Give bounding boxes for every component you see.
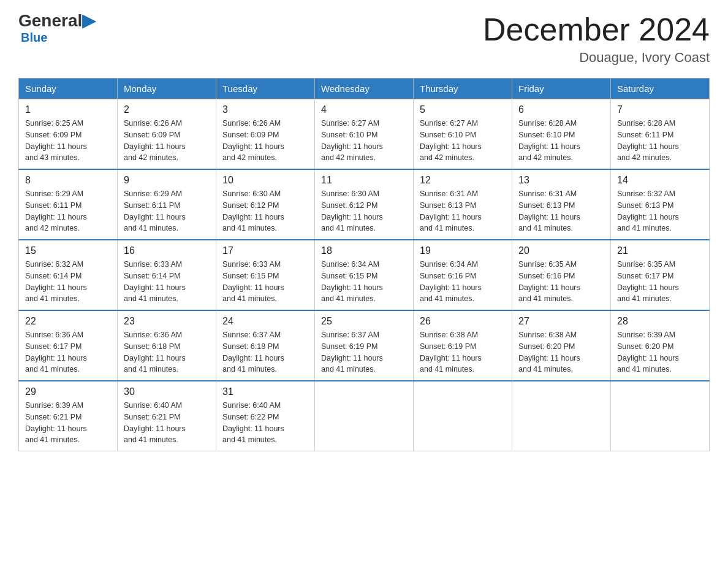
day-info: Sunrise: 6:33 AMSunset: 6:15 PMDaylight:… [222, 259, 308, 305]
day-number: 26 [420, 316, 506, 327]
day-number: 2 [124, 104, 210, 115]
day-cell: 11 Sunrise: 6:30 AMSunset: 6:12 PMDaylig… [315, 169, 414, 240]
day-info: Sunrise: 6:34 AMSunset: 6:16 PMDaylight:… [420, 259, 506, 305]
day-number: 21 [617, 245, 703, 256]
day-cell: 14 Sunrise: 6:32 AMSunset: 6:13 PMDaylig… [611, 169, 710, 240]
day-cell: 18 Sunrise: 6:34 AMSunset: 6:15 PMDaylig… [315, 240, 414, 310]
header-friday: Friday [512, 79, 611, 99]
header-row: SundayMondayTuesdayWednesdayThursdayFrid… [19, 79, 710, 99]
day-cell: 17 Sunrise: 6:33 AMSunset: 6:15 PMDaylig… [216, 240, 315, 310]
day-info: Sunrise: 6:39 AMSunset: 6:20 PMDaylight:… [617, 329, 703, 375]
day-info: Sunrise: 6:39 AMSunset: 6:21 PMDaylight:… [25, 400, 111, 446]
day-cell [611, 381, 710, 451]
day-number: 11 [321, 175, 407, 186]
day-number: 29 [25, 386, 111, 397]
day-info: Sunrise: 6:33 AMSunset: 6:14 PMDaylight:… [124, 259, 210, 305]
day-info: Sunrise: 6:27 AMSunset: 6:10 PMDaylight:… [321, 118, 407, 164]
day-cell: 7 Sunrise: 6:28 AMSunset: 6:11 PMDayligh… [611, 99, 710, 170]
day-cell: 19 Sunrise: 6:34 AMSunset: 6:16 PMDaylig… [414, 240, 512, 310]
day-cell: 1 Sunrise: 6:25 AMSunset: 6:09 PMDayligh… [19, 99, 118, 170]
day-number: 30 [124, 386, 210, 397]
day-cell: 2 Sunrise: 6:26 AMSunset: 6:09 PMDayligh… [118, 99, 216, 170]
day-number: 10 [222, 175, 308, 186]
day-cell: 28 Sunrise: 6:39 AMSunset: 6:20 PMDaylig… [611, 310, 710, 381]
day-cell: 8 Sunrise: 6:29 AMSunset: 6:11 PMDayligh… [19, 169, 118, 240]
day-cell: 23 Sunrise: 6:36 AMSunset: 6:18 PMDaylig… [118, 310, 216, 381]
header-thursday: Thursday [414, 79, 512, 99]
week-row-1: 1 Sunrise: 6:25 AMSunset: 6:09 PMDayligh… [19, 99, 710, 170]
day-cell: 6 Sunrise: 6:28 AMSunset: 6:10 PMDayligh… [512, 99, 611, 170]
day-info: Sunrise: 6:37 AMSunset: 6:19 PMDaylight:… [321, 329, 407, 375]
day-info: Sunrise: 6:25 AMSunset: 6:09 PMDaylight:… [25, 118, 111, 164]
day-cell: 10 Sunrise: 6:30 AMSunset: 6:12 PMDaylig… [216, 169, 315, 240]
logo-name: General▶ [18, 12, 96, 29]
day-info: Sunrise: 6:26 AMSunset: 6:09 PMDaylight:… [124, 118, 210, 164]
header-tuesday: Tuesday [216, 79, 315, 99]
day-cell: 16 Sunrise: 6:33 AMSunset: 6:14 PMDaylig… [118, 240, 216, 310]
day-cell: 12 Sunrise: 6:31 AMSunset: 6:13 PMDaylig… [414, 169, 512, 240]
day-info: Sunrise: 6:38 AMSunset: 6:19 PMDaylight:… [420, 329, 506, 375]
day-number: 5 [420, 104, 506, 115]
day-number: 28 [617, 316, 703, 327]
day-number: 14 [617, 175, 703, 186]
day-number: 8 [25, 175, 111, 186]
day-number: 20 [518, 245, 604, 256]
calendar-table: SundayMondayTuesdayWednesdayThursdayFrid… [18, 78, 710, 451]
day-cell [315, 381, 414, 451]
day-info: Sunrise: 6:26 AMSunset: 6:09 PMDaylight:… [222, 118, 308, 164]
day-cell: 21 Sunrise: 6:35 AMSunset: 6:17 PMDaylig… [611, 240, 710, 310]
day-info: Sunrise: 6:28 AMSunset: 6:10 PMDaylight:… [518, 118, 604, 164]
day-info: Sunrise: 6:35 AMSunset: 6:17 PMDaylight:… [617, 259, 703, 305]
day-cell: 31 Sunrise: 6:40 AMSunset: 6:22 PMDaylig… [216, 381, 315, 451]
week-row-2: 8 Sunrise: 6:29 AMSunset: 6:11 PMDayligh… [19, 169, 710, 240]
day-number: 4 [321, 104, 407, 115]
page-header: General▶ Blue December 2024 Douague, Ivo… [18, 12, 710, 66]
day-info: Sunrise: 6:32 AMSunset: 6:14 PMDaylight:… [25, 259, 111, 305]
day-info: Sunrise: 6:36 AMSunset: 6:17 PMDaylight:… [25, 329, 111, 375]
day-number: 7 [617, 104, 703, 115]
header-wednesday: Wednesday [315, 79, 414, 99]
day-number: 1 [25, 104, 111, 115]
day-info: Sunrise: 6:30 AMSunset: 6:12 PMDaylight:… [321, 188, 407, 234]
day-cell: 22 Sunrise: 6:36 AMSunset: 6:17 PMDaylig… [19, 310, 118, 381]
logo-sub: Blue [21, 31, 47, 45]
day-cell: 30 Sunrise: 6:40 AMSunset: 6:21 PMDaylig… [118, 381, 216, 451]
day-cell: 5 Sunrise: 6:27 AMSunset: 6:10 PMDayligh… [414, 99, 512, 170]
day-info: Sunrise: 6:31 AMSunset: 6:13 PMDaylight:… [420, 188, 506, 234]
day-info: Sunrise: 6:27 AMSunset: 6:10 PMDaylight:… [420, 118, 506, 164]
day-info: Sunrise: 6:36 AMSunset: 6:18 PMDaylight:… [124, 329, 210, 375]
day-number: 31 [222, 386, 308, 397]
header-saturday: Saturday [611, 79, 710, 99]
day-number: 18 [321, 245, 407, 256]
day-cell: 25 Sunrise: 6:37 AMSunset: 6:19 PMDaylig… [315, 310, 414, 381]
day-number: 24 [222, 316, 308, 327]
day-info: Sunrise: 6:29 AMSunset: 6:11 PMDaylight:… [124, 188, 210, 234]
day-info: Sunrise: 6:40 AMSunset: 6:21 PMDaylight:… [124, 400, 210, 446]
day-info: Sunrise: 6:37 AMSunset: 6:18 PMDaylight:… [222, 329, 308, 375]
logo: General▶ Blue [18, 12, 96, 45]
day-info: Sunrise: 6:35 AMSunset: 6:16 PMDaylight:… [518, 259, 604, 305]
day-number: 25 [321, 316, 407, 327]
day-cell: 9 Sunrise: 6:29 AMSunset: 6:11 PMDayligh… [118, 169, 216, 240]
day-info: Sunrise: 6:40 AMSunset: 6:22 PMDaylight:… [222, 400, 308, 446]
day-cell [512, 381, 611, 451]
day-number: 12 [420, 175, 506, 186]
day-cell: 4 Sunrise: 6:27 AMSunset: 6:10 PMDayligh… [315, 99, 414, 170]
day-cell: 29 Sunrise: 6:39 AMSunset: 6:21 PMDaylig… [19, 381, 118, 451]
day-number: 19 [420, 245, 506, 256]
day-cell: 3 Sunrise: 6:26 AMSunset: 6:09 PMDayligh… [216, 99, 315, 170]
day-info: Sunrise: 6:31 AMSunset: 6:13 PMDaylight:… [518, 188, 604, 234]
day-cell: 26 Sunrise: 6:38 AMSunset: 6:19 PMDaylig… [414, 310, 512, 381]
day-info: Sunrise: 6:29 AMSunset: 6:11 PMDaylight:… [25, 188, 111, 234]
day-number: 3 [222, 104, 308, 115]
day-number: 9 [124, 175, 210, 186]
day-cell: 15 Sunrise: 6:32 AMSunset: 6:14 PMDaylig… [19, 240, 118, 310]
day-number: 22 [25, 316, 111, 327]
day-cell: 24 Sunrise: 6:37 AMSunset: 6:18 PMDaylig… [216, 310, 315, 381]
day-info: Sunrise: 6:34 AMSunset: 6:15 PMDaylight:… [321, 259, 407, 305]
day-number: 15 [25, 245, 111, 256]
day-number: 23 [124, 316, 210, 327]
day-number: 6 [518, 104, 604, 115]
day-number: 27 [518, 316, 604, 327]
calendar-title: December 2024 [483, 12, 710, 47]
